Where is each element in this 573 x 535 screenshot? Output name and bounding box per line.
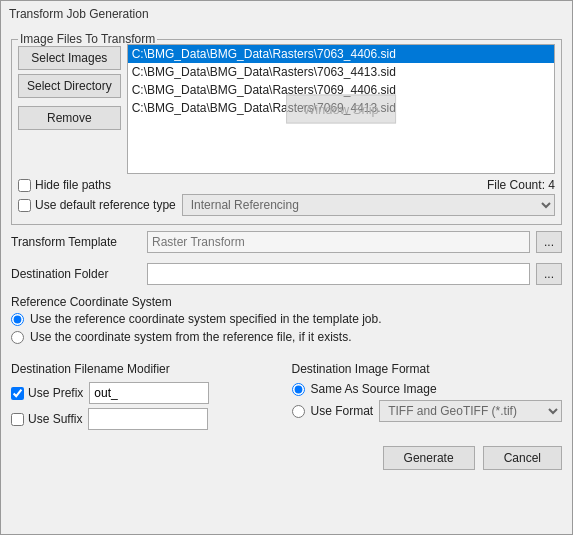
use-format-radio[interactable]: [292, 405, 305, 418]
ref-coord-option-2[interactable]: Use the coordinate system from the refer…: [11, 330, 562, 344]
same-as-source-label: Same As Source Image: [311, 382, 437, 396]
main-window: Transform Job Generation Image Files To …: [0, 0, 573, 535]
use-prefix-row: Use Prefix: [11, 382, 282, 404]
destination-filename-label: Destination Filename Modifier: [11, 362, 282, 376]
window-title: Transform Job Generation: [9, 7, 149, 21]
hide-file-paths-checkbox[interactable]: Hide file paths: [18, 178, 111, 192]
image-format-dropdown[interactable]: TIFF and GeoTIFF (*.tif): [379, 400, 562, 422]
use-suffix-row: Use Suffix: [11, 408, 282, 430]
generate-button[interactable]: Generate: [383, 446, 475, 470]
same-as-source-radio[interactable]: [292, 383, 305, 396]
two-col-section: Destination Filename Modifier Use Prefix…: [11, 362, 562, 430]
destination-folder-browse-button[interactable]: ...: [536, 263, 562, 285]
prefix-value-input[interactable]: [89, 382, 209, 404]
file-list[interactable]: C:\BMG_Data\BMG_Data\Rasters\7063_4406.s…: [127, 44, 555, 174]
button-column: Select Images Select Directory Remove: [18, 44, 121, 174]
destination-folder-label: Destination Folder: [11, 267, 141, 281]
destination-folder-row: Destination Folder ...: [11, 263, 562, 285]
transform-template-label: Transform Template: [11, 235, 141, 249]
file-count: File Count: 4: [487, 178, 555, 192]
reference-coord-group: Reference Coordinate System Use the refe…: [11, 295, 562, 350]
file-list-item[interactable]: C:\BMG_Data\BMG_Data\Rasters\7069_4406.s…: [128, 81, 554, 99]
file-list-item[interactable]: C:\BMG_Data\BMG_Data\Rasters\7063_4406.s…: [128, 45, 554, 63]
use-format-option[interactable]: Use Format: [292, 404, 374, 418]
transform-template-row: Transform Template ...: [11, 231, 562, 253]
ref-coord-option-1-label: Use the reference coordinate system spec…: [30, 312, 382, 326]
file-list-item[interactable]: C:\BMG_Data\BMG_Data\Rasters\7063_4413.s…: [128, 63, 554, 81]
footer-row: Generate Cancel: [11, 442, 562, 470]
reference-coord-label: Reference Coordinate System: [11, 295, 562, 309]
use-suffix-checkbox[interactable]: Use Suffix: [11, 412, 82, 426]
image-files-group: Image Files To Transform Select Images S…: [11, 39, 562, 225]
destination-image-label: Destination Image Format: [292, 362, 563, 376]
ref-coord-radio-2[interactable]: [11, 331, 24, 344]
select-directory-button[interactable]: Select Directory: [18, 74, 121, 98]
use-default-ref-label: Use default reference type: [35, 198, 176, 212]
file-list-item[interactable]: C:\BMG_Data\BMG_Data\Rasters\7069_4413.s…: [128, 99, 554, 117]
destination-folder-input[interactable]: [147, 263, 530, 285]
use-default-ref-row: Use default reference type Internal Refe…: [18, 194, 555, 216]
use-suffix-input[interactable]: [11, 413, 24, 426]
transform-template-input[interactable]: [147, 231, 530, 253]
use-default-ref-input[interactable]: [18, 199, 31, 212]
select-images-button[interactable]: Select Images: [18, 46, 121, 70]
cancel-button[interactable]: Cancel: [483, 446, 562, 470]
use-prefix-checkbox[interactable]: Use Prefix: [11, 386, 83, 400]
remove-button[interactable]: Remove: [18, 106, 121, 130]
use-prefix-input[interactable]: [11, 387, 24, 400]
ref-coord-option-1[interactable]: Use the reference coordinate system spec…: [11, 312, 562, 326]
same-as-source-option[interactable]: Same As Source Image: [292, 382, 563, 396]
use-suffix-label: Use Suffix: [28, 412, 82, 426]
transform-template-browse-button[interactable]: ...: [536, 231, 562, 253]
image-files-row: Select Images Select Directory Remove C:…: [18, 44, 555, 174]
hide-file-paths-label: Hide file paths: [35, 178, 111, 192]
reference-type-dropdown[interactable]: Internal Referencing: [182, 194, 555, 216]
title-bar: Transform Job Generation: [1, 1, 572, 25]
ref-coord-option-2-label: Use the coordinate system from the refer…: [30, 330, 351, 344]
destination-filename-col: Destination Filename Modifier Use Prefix…: [11, 362, 282, 430]
file-options-row: Hide file paths File Count: 4: [18, 178, 555, 192]
hide-file-paths-input[interactable]: [18, 179, 31, 192]
ref-coord-radio-1[interactable]: [11, 313, 24, 326]
destination-image-col: Destination Image Format Same As Source …: [292, 362, 563, 430]
use-format-label: Use Format: [311, 404, 374, 418]
reference-coord-radio-group: Use the reference coordinate system spec…: [11, 312, 562, 344]
use-prefix-label: Use Prefix: [28, 386, 83, 400]
suffix-value-input[interactable]: [88, 408, 208, 430]
use-default-ref-checkbox[interactable]: Use default reference type: [18, 198, 176, 212]
